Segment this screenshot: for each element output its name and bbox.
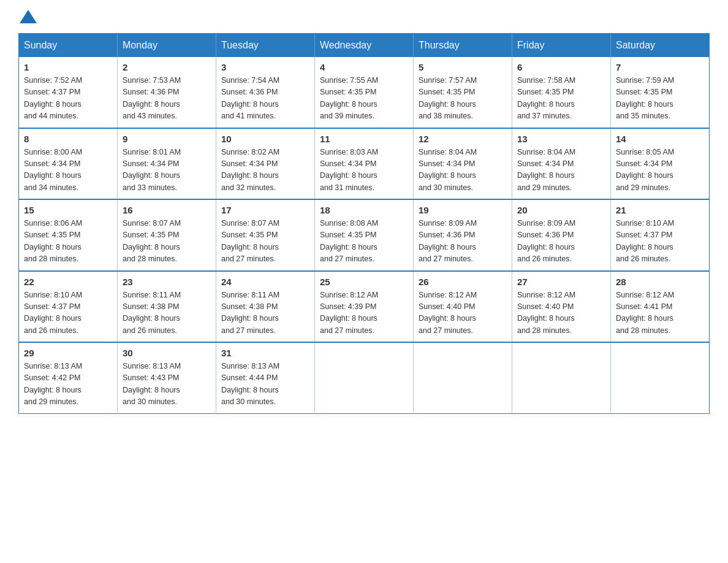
calendar-week-row: 8Sunrise: 8:00 AMSunset: 4:34 PMDaylight…: [19, 128, 710, 200]
day-number: 23: [123, 277, 211, 287]
calendar-day-cell: [512, 342, 611, 413]
day-number: 19: [419, 205, 507, 215]
calendar-table: SundayMondayTuesdayWednesdayThursdayFrid…: [18, 33, 710, 414]
day-info: Sunrise: 8:09 AMSunset: 4:36 PMDaylight:…: [517, 218, 605, 266]
day-number: 4: [320, 62, 408, 72]
day-info: Sunrise: 7:57 AMSunset: 4:35 PMDaylight:…: [419, 75, 507, 123]
day-number: 11: [320, 134, 408, 144]
day-info: Sunrise: 8:12 AMSunset: 4:40 PMDaylight:…: [419, 289, 507, 337]
day-number: 16: [123, 205, 211, 215]
day-info: Sunrise: 7:58 AMSunset: 4:35 PMDaylight:…: [517, 75, 605, 123]
calendar-day-cell: 4Sunrise: 7:55 AMSunset: 4:35 PMDaylight…: [315, 57, 414, 128]
day-number: 1: [24, 62, 112, 72]
day-info: Sunrise: 8:13 AMSunset: 4:44 PMDaylight:…: [221, 361, 309, 408]
day-info: Sunrise: 8:09 AMSunset: 4:36 PMDaylight:…: [419, 218, 507, 266]
day-info: Sunrise: 8:12 AMSunset: 4:39 PMDaylight:…: [320, 289, 408, 337]
day-info: Sunrise: 8:11 AMSunset: 4:38 PMDaylight:…: [123, 289, 211, 337]
day-number: 22: [24, 277, 112, 287]
day-info: Sunrise: 7:55 AMSunset: 4:35 PMDaylight:…: [320, 75, 408, 123]
column-header-tuesday: Tuesday: [216, 34, 315, 58]
day-number: 29: [24, 348, 112, 358]
calendar-day-cell: 3Sunrise: 7:54 AMSunset: 4:36 PMDaylight…: [216, 57, 315, 128]
column-header-sunday: Sunday: [19, 34, 118, 58]
day-info: Sunrise: 8:07 AMSunset: 4:35 PMDaylight:…: [123, 218, 211, 266]
calendar-day-cell: [315, 342, 414, 413]
day-info: Sunrise: 7:52 AMSunset: 4:37 PMDaylight:…: [24, 75, 112, 123]
calendar-day-cell: 24Sunrise: 8:11 AMSunset: 4:38 PMDayligh…: [216, 271, 315, 343]
calendar-day-cell: 8Sunrise: 8:00 AMSunset: 4:34 PMDaylight…: [19, 128, 118, 200]
calendar-day-cell: 25Sunrise: 8:12 AMSunset: 4:39 PMDayligh…: [315, 271, 414, 343]
calendar-header-row: SundayMondayTuesdayWednesdayThursdayFrid…: [19, 34, 710, 58]
day-info: Sunrise: 8:04 AMSunset: 4:34 PMDaylight:…: [517, 147, 605, 194]
calendar-day-cell: 20Sunrise: 8:09 AMSunset: 4:36 PMDayligh…: [512, 199, 611, 271]
calendar-day-cell: 6Sunrise: 7:58 AMSunset: 4:35 PMDaylight…: [512, 57, 611, 128]
calendar-week-row: 22Sunrise: 8:10 AMSunset: 4:37 PMDayligh…: [19, 271, 710, 343]
day-number: 30: [123, 348, 211, 358]
logo: [18, 12, 37, 21]
calendar-day-cell: 22Sunrise: 8:10 AMSunset: 4:37 PMDayligh…: [19, 271, 118, 343]
day-info: Sunrise: 8:00 AMSunset: 4:34 PMDaylight:…: [24, 147, 112, 194]
column-header-wednesday: Wednesday: [315, 34, 414, 58]
calendar-day-cell: 10Sunrise: 8:02 AMSunset: 4:34 PMDayligh…: [216, 128, 315, 200]
day-number: 15: [24, 205, 112, 215]
day-number: 7: [616, 62, 704, 72]
column-header-friday: Friday: [512, 34, 611, 58]
day-number: 6: [517, 62, 605, 72]
calendar-week-row: 1Sunrise: 7:52 AMSunset: 4:37 PMDaylight…: [19, 57, 710, 128]
day-number: 20: [517, 205, 605, 215]
day-number: 17: [221, 205, 309, 215]
day-info: Sunrise: 8:05 AMSunset: 4:34 PMDaylight:…: [616, 147, 704, 194]
day-number: 28: [616, 277, 704, 287]
calendar-day-cell: 1Sunrise: 7:52 AMSunset: 4:37 PMDaylight…: [19, 57, 118, 128]
day-info: Sunrise: 8:07 AMSunset: 4:35 PMDaylight:…: [221, 218, 309, 266]
day-number: 8: [24, 134, 112, 144]
column-header-saturday: Saturday: [611, 34, 710, 58]
column-header-monday: Monday: [118, 34, 216, 58]
calendar-week-row: 15Sunrise: 8:06 AMSunset: 4:35 PMDayligh…: [19, 199, 710, 271]
day-number: 14: [616, 134, 704, 144]
calendar-day-cell: 11Sunrise: 8:03 AMSunset: 4:34 PMDayligh…: [315, 128, 414, 200]
day-number: 25: [320, 277, 408, 287]
calendar-day-cell: 30Sunrise: 8:13 AMSunset: 4:43 PMDayligh…: [118, 342, 216, 413]
day-info: Sunrise: 8:12 AMSunset: 4:41 PMDaylight:…: [616, 289, 704, 337]
day-info: Sunrise: 8:12 AMSunset: 4:40 PMDaylight:…: [517, 289, 605, 337]
day-number: 13: [517, 134, 605, 144]
day-number: 3: [221, 62, 309, 72]
calendar-day-cell: 19Sunrise: 8:09 AMSunset: 4:36 PMDayligh…: [414, 199, 512, 271]
calendar-day-cell: 7Sunrise: 7:59 AMSunset: 4:35 PMDaylight…: [611, 57, 710, 128]
calendar-day-cell: 15Sunrise: 8:06 AMSunset: 4:35 PMDayligh…: [19, 199, 118, 271]
calendar-day-cell: 5Sunrise: 7:57 AMSunset: 4:35 PMDaylight…: [414, 57, 512, 128]
calendar-day-cell: 9Sunrise: 8:01 AMSunset: 4:34 PMDaylight…: [118, 128, 216, 200]
day-info: Sunrise: 8:03 AMSunset: 4:34 PMDaylight:…: [320, 147, 408, 194]
day-info: Sunrise: 7:53 AMSunset: 4:36 PMDaylight:…: [123, 75, 211, 123]
day-number: 10: [221, 134, 309, 144]
day-info: Sunrise: 8:13 AMSunset: 4:42 PMDaylight:…: [24, 361, 112, 408]
calendar-day-cell: [611, 342, 710, 413]
day-info: Sunrise: 8:02 AMSunset: 4:34 PMDaylight:…: [221, 147, 309, 194]
day-info: Sunrise: 8:06 AMSunset: 4:35 PMDaylight:…: [24, 218, 112, 266]
day-info: Sunrise: 8:01 AMSunset: 4:34 PMDaylight:…: [123, 147, 211, 194]
calendar-day-cell: 28Sunrise: 8:12 AMSunset: 4:41 PMDayligh…: [611, 271, 710, 343]
calendar-day-cell: 12Sunrise: 8:04 AMSunset: 4:34 PMDayligh…: [414, 128, 512, 200]
calendar-day-cell: 18Sunrise: 8:08 AMSunset: 4:35 PMDayligh…: [315, 199, 414, 271]
calendar-day-cell: 31Sunrise: 8:13 AMSunset: 4:44 PMDayligh…: [216, 342, 315, 413]
day-number: 26: [419, 277, 507, 287]
day-info: Sunrise: 8:04 AMSunset: 4:34 PMDaylight:…: [419, 147, 507, 194]
day-number: 12: [419, 134, 507, 144]
calendar-day-cell: 14Sunrise: 8:05 AMSunset: 4:34 PMDayligh…: [611, 128, 710, 200]
logo-triangle-icon: [20, 10, 37, 23]
page-header: [18, 12, 710, 21]
day-number: 27: [517, 277, 605, 287]
day-info: Sunrise: 8:08 AMSunset: 4:35 PMDaylight:…: [320, 218, 408, 266]
day-number: 24: [221, 277, 309, 287]
calendar-day-cell: 2Sunrise: 7:53 AMSunset: 4:36 PMDaylight…: [118, 57, 216, 128]
day-info: Sunrise: 8:10 AMSunset: 4:37 PMDaylight:…: [24, 289, 112, 337]
day-info: Sunrise: 7:54 AMSunset: 4:36 PMDaylight:…: [221, 75, 309, 123]
calendar-day-cell: 27Sunrise: 8:12 AMSunset: 4:40 PMDayligh…: [512, 271, 611, 343]
calendar-day-cell: 23Sunrise: 8:11 AMSunset: 4:38 PMDayligh…: [118, 271, 216, 343]
day-info: Sunrise: 7:59 AMSunset: 4:35 PMDaylight:…: [616, 75, 704, 123]
day-info: Sunrise: 8:13 AMSunset: 4:43 PMDaylight:…: [123, 361, 211, 408]
calendar-day-cell: 26Sunrise: 8:12 AMSunset: 4:40 PMDayligh…: [414, 271, 512, 343]
calendar-day-cell: 17Sunrise: 8:07 AMSunset: 4:35 PMDayligh…: [216, 199, 315, 271]
calendar-day-cell: 13Sunrise: 8:04 AMSunset: 4:34 PMDayligh…: [512, 128, 611, 200]
